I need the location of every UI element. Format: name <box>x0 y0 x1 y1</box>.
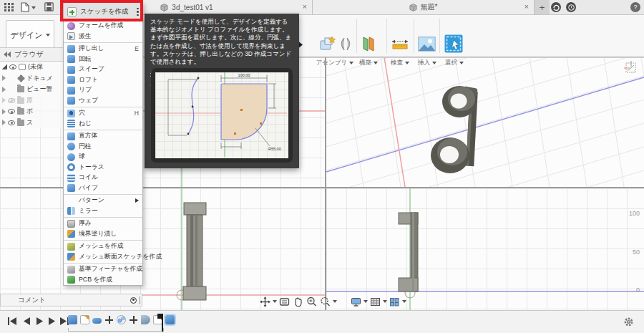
browser-item[interactable]: ビュー管 <box>0 84 63 95</box>
visibility-eye-icon[interactable] <box>8 120 15 125</box>
menu-item-cylinder[interactable]: 円柱 <box>64 142 142 153</box>
visibility-eye-icon[interactable] <box>8 98 15 103</box>
workspace-selector[interactable]: デザイン <box>6 20 54 50</box>
disclosure-triangle-icon[interactable] <box>2 97 6 103</box>
timeline-settings-gear-icon[interactable] <box>623 317 634 327</box>
step-back-icon[interactable] <box>21 317 31 327</box>
browser-item[interactable]: ス <box>0 117 63 129</box>
orbit-caret[interactable] <box>273 300 277 303</box>
display-settings-icon[interactable] <box>350 296 362 308</box>
timeline-feature-sketch-icon[interactable] <box>80 315 89 324</box>
disclosure-triangle-icon[interactable] <box>2 87 6 92</box>
zoom-caret[interactable] <box>333 300 337 303</box>
display-settings-caret[interactable] <box>364 300 368 303</box>
menu-item-create-mesh[interactable]: メッシュを作成 <box>64 241 142 252</box>
disclosure-triangle-icon[interactable] <box>2 75 6 81</box>
menu-item-box[interactable]: 直方体 <box>64 131 142 142</box>
browser-item[interactable]: ドキュメ <box>0 73 63 85</box>
pan-icon[interactable] <box>292 296 304 308</box>
menu-item-thread[interactable]: ねじ <box>64 119 142 130</box>
help-icon[interactable]: ? <box>630 2 640 12</box>
menu-item-pipe[interactable]: パイプ <box>64 183 142 194</box>
menu-item-derive[interactable]: 派生 <box>64 32 142 42</box>
step-forward-icon[interactable] <box>47 317 57 327</box>
tab-close-icon[interactable]: × <box>525 2 529 11</box>
timeline-feature-box-icon[interactable] <box>68 315 77 324</box>
tooltip-paragraph-1: スケッチ モードを使用して、デザインを定義する基本的なジオメトリ プロファイルを… <box>150 18 293 66</box>
menu-item-web[interactable]: ウェブ <box>64 96 142 107</box>
grid-settings-icon[interactable] <box>369 296 381 308</box>
toolbar-group-assembly[interactable]: アセンブリ <box>315 59 355 67</box>
menu-item-loft[interactable]: ロフト <box>64 75 142 86</box>
viewport-divider-vertical[interactable] <box>325 57 326 312</box>
new-component-icon[interactable] <box>319 35 337 53</box>
measure-icon[interactable] <box>391 39 409 50</box>
tab-close-icon[interactable]: × <box>303 2 307 11</box>
toolbar-group-select[interactable]: 選択 <box>441 59 467 67</box>
menu-item-none[interactable]: パターン <box>64 196 142 206</box>
zoom-in-icon[interactable] <box>306 296 318 308</box>
timeline-feature-form-icon[interactable] <box>92 318 102 324</box>
browser-item[interactable]: (未保 <box>0 62 63 73</box>
tab-document-2[interactable]: 無題* × <box>313 0 535 14</box>
marker-icon[interactable] <box>130 297 137 304</box>
menu-item-base-feature[interactable]: 基準フィーチャを作成 <box>64 264 142 275</box>
job-status-icon[interactable] <box>551 2 561 12</box>
timeline-feature-move-icon[interactable] <box>104 315 114 324</box>
grid-settings-caret[interactable] <box>383 300 387 303</box>
joint-icon[interactable] <box>338 37 353 52</box>
go-to-start-icon[interactable] <box>7 317 17 327</box>
disclosure-triangle-icon[interactable] <box>2 120 6 125</box>
select-icon[interactable] <box>444 34 464 54</box>
browser-item[interactable]: 原 <box>0 95 63 107</box>
menu-item-mirror[interactable]: ミラー <box>64 206 142 217</box>
viewport-layout-icon[interactable] <box>389 296 401 308</box>
visibility-eye-icon[interactable] <box>8 109 15 114</box>
timeline-feature-box-highlight-icon[interactable] <box>165 315 175 324</box>
disclosure-triangle-icon[interactable] <box>2 64 7 69</box>
menu-item-revolve[interactable]: 回転 <box>64 54 142 65</box>
app-grid-icon[interactable] <box>4 3 14 11</box>
comment-bar-handle[interactable] <box>140 296 140 304</box>
menu-item-boundary-fill[interactable]: 境界塗り潰し <box>64 229 142 240</box>
menu-item-torus[interactable]: トーラス <box>64 163 142 173</box>
insert-canvas-icon[interactable] <box>418 37 436 52</box>
disclosure-triangle-icon[interactable] <box>2 109 6 115</box>
visibility-eye-icon[interactable] <box>9 64 16 69</box>
menu-item-sphere[interactable]: 球 <box>64 152 142 163</box>
menu-item-extrude[interactable]: 押し出しE <box>64 44 142 54</box>
timeline-feature-fillet-icon[interactable] <box>141 315 150 324</box>
browser-item[interactable]: ボ <box>0 106 63 117</box>
viewport-layout-caret[interactable] <box>402 300 406 303</box>
menu-item-mesh-section-sketch[interactable]: メッシュ断面スケッチを作成 <box>64 252 142 263</box>
new-tab-button[interactable]: + <box>535 0 550 14</box>
file-menu-icon[interactable] <box>21 2 29 12</box>
browser-header[interactable]: ブラウザ <box>0 47 64 62</box>
orbit-icon[interactable] <box>259 296 271 308</box>
look-at-icon[interactable] <box>278 296 291 308</box>
menu-item-label: リブ <box>79 86 92 95</box>
menu-item-rib[interactable]: リブ <box>64 85 142 96</box>
menu-item-coil[interactable]: コイル <box>64 173 142 183</box>
folder-icon <box>17 86 24 92</box>
construct-plane-icon[interactable] <box>361 35 376 53</box>
file-menu-caret[interactable] <box>31 6 36 9</box>
notification-clock-icon[interactable] <box>566 2 576 12</box>
timeline-feature-pattern-icon[interactable] <box>117 315 126 324</box>
create-mesh-icon <box>67 243 75 251</box>
play-icon[interactable] <box>35 317 45 327</box>
comment-bar[interactable]: コメント <box>0 294 142 307</box>
save-icon[interactable] <box>44 2 54 11</box>
toolbar-group-inspect[interactable]: 検査 <box>387 59 413 67</box>
toolbar-group-construct[interactable]: 構築 <box>354 59 383 67</box>
toolbar-group-insert[interactable]: 挿入 <box>414 59 440 67</box>
timeline-feature-move-icon[interactable] <box>129 315 138 324</box>
menu-item-create-form[interactable]: フォームを作成 <box>64 21 142 32</box>
menu-item-hole[interactable]: 穴H <box>64 108 142 119</box>
menu-item-create-pcb[interactable]: PCB を作成 <box>64 275 142 286</box>
viewport-perspective[interactable] <box>326 57 644 187</box>
menu-item-thicken[interactable]: 厚み <box>64 218 142 229</box>
zoom-window-icon[interactable] <box>319 296 331 308</box>
menu-item-sweep[interactable]: スイープ <box>64 64 142 75</box>
timeline-playhead[interactable] <box>162 314 163 332</box>
